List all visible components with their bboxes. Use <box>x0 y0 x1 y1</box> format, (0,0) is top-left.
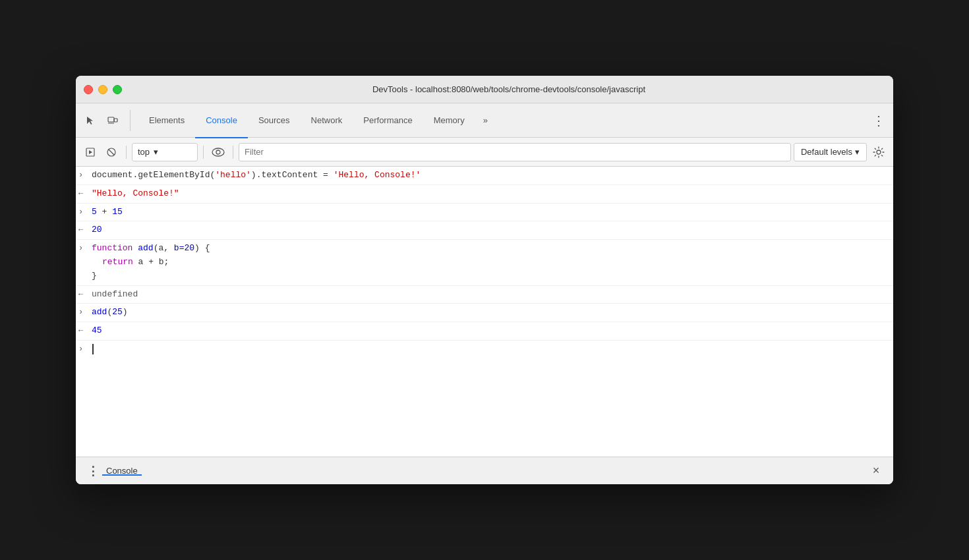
close-button[interactable] <box>84 85 93 94</box>
tab-performance[interactable]: Performance <box>353 104 423 138</box>
toolbar-divider-2 <box>203 146 204 159</box>
devtools-window: DevTools - localhost:8080/web/tools/chro… <box>76 76 893 484</box>
entry-content-2: "Hello, Console!" <box>92 187 888 201</box>
device-toggle-icon[interactable] <box>103 111 122 130</box>
bottom-tab-underline <box>102 474 142 476</box>
entry-content-5: function add(a, b=20) { <box>92 242 888 256</box>
entry-content-1: document.getElementById('hello').textCon… <box>92 169 888 182</box>
traffic-lights <box>84 85 122 94</box>
entry-content-4: 20 <box>92 223 888 237</box>
tab-more-button[interactable]: » <box>478 115 493 125</box>
svg-point-9 <box>877 150 881 154</box>
tab-memory[interactable]: Memory <box>423 104 475 138</box>
clear-console-button[interactable] <box>102 143 121 161</box>
entry-content-6: undefined <box>92 288 888 302</box>
console-entry-7: › add(25) <box>76 304 893 322</box>
console-entry-4: ← 20 <box>76 221 893 240</box>
tab-elements[interactable]: Elements <box>138 104 195 138</box>
bottom-bar: ⋮ Console × <box>76 457 893 484</box>
entry-content-7: add(25) <box>92 306 888 320</box>
console-toolbar: top ▾ Default levels ▾ <box>76 138 893 167</box>
settings-icon[interactable] <box>869 143 888 161</box>
console-input-area[interactable] <box>92 343 888 356</box>
title-bar: DevTools - localhost:8080/web/tools/chro… <box>76 76 893 103</box>
cursor-blink <box>92 344 94 354</box>
entry-arrow-2: ← <box>78 187 92 200</box>
eye-icon[interactable] <box>209 143 227 161</box>
svg-point-8 <box>216 150 220 154</box>
entry-arrow-5: › <box>78 242 92 255</box>
entry-arrow-1: › <box>78 169 92 182</box>
bottom-dots-menu[interactable]: ⋮ <box>84 462 102 480</box>
entry-arrow-4: ← <box>78 223 92 237</box>
context-selector[interactable]: top ▾ <box>132 143 198 161</box>
entry-indent <box>78 256 92 256</box>
execute-button[interactable] <box>81 143 100 161</box>
bottom-close-icon[interactable]: × <box>867 462 885 480</box>
console-entry-9[interactable]: › <box>76 341 893 358</box>
minimize-button[interactable] <box>98 85 107 94</box>
maximize-button[interactable] <box>113 85 122 94</box>
devtools-menu-icon[interactable]: ⋮ <box>869 111 888 130</box>
entry-arrow-9: › <box>78 343 92 356</box>
svg-point-7 <box>212 148 224 156</box>
svg-rect-1 <box>114 119 117 122</box>
console-entry-8: ← 45 <box>76 322 893 341</box>
filter-input[interactable] <box>239 143 791 161</box>
levels-chevron-icon: ▾ <box>855 147 860 157</box>
entry-content-3: 5 + 15 <box>92 206 888 219</box>
entry-arrow-6: ← <box>78 288 92 301</box>
entry-content-8: 45 <box>92 324 888 338</box>
console-output[interactable]: › document.getElementById('hello').textC… <box>76 167 893 457</box>
console-entry-1: › document.getElementById('hello').textC… <box>76 167 893 185</box>
chevron-down-icon: ▾ <box>154 147 158 157</box>
console-entry-6: ← undefined <box>76 286 893 304</box>
tab-sources[interactable]: Sources <box>248 104 301 138</box>
toolbar-divider-3 <box>233 146 233 159</box>
tab-network[interactable]: Network <box>301 104 353 138</box>
tab-icon-group <box>81 110 131 131</box>
svg-marker-4 <box>89 150 92 154</box>
entry-arrow-7: › <box>78 306 92 319</box>
console-entry-3: › 5 + 15 <box>76 204 893 222</box>
bottom-console-tab[interactable]: Console <box>102 466 138 476</box>
toolbar-divider-1 <box>126 146 127 159</box>
window-title: DevTools - localhost:8080/web/tools/chro… <box>132 84 885 94</box>
svg-line-6 <box>109 149 115 155</box>
tab-console[interactable]: Console <box>195 104 248 138</box>
entry-indent-2 <box>78 269 92 270</box>
log-levels-button[interactable]: Default levels ▾ <box>794 143 867 161</box>
console-entry-5: › function add(a, b=20) { return a + b; … <box>76 240 893 285</box>
tab-bar: Elements Console Sources Network Perform… <box>76 103 893 138</box>
entry-arrow-8: ← <box>78 324 92 337</box>
console-entry-2: ← "Hello, Console!" <box>76 185 893 204</box>
entry-arrow-3: › <box>78 206 92 219</box>
cursor-icon[interactable] <box>81 111 100 130</box>
svg-rect-0 <box>108 117 114 122</box>
